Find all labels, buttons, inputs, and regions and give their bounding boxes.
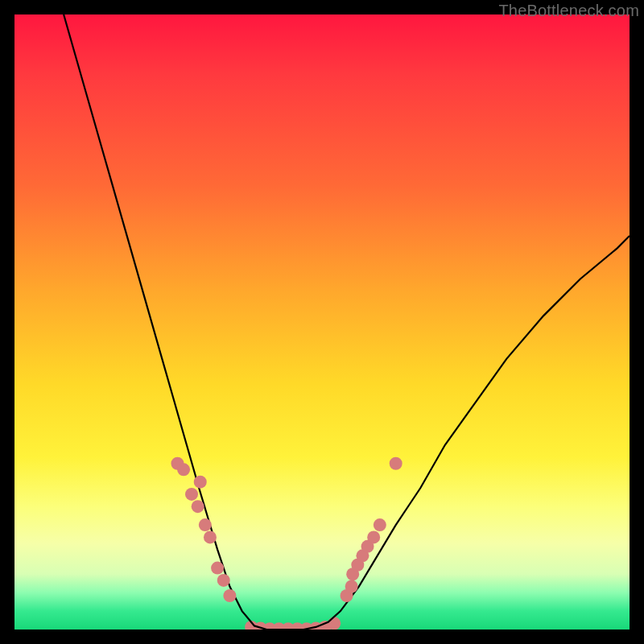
left-markers (171, 457, 236, 602)
data-marker (223, 589, 236, 602)
chart-stage: TheBottleneck.com (0, 0, 644, 644)
data-marker (374, 518, 386, 531)
data-marker (199, 518, 212, 531)
watermark-text: TheBottleneck.com (498, 2, 639, 20)
bottleneck-curve (64, 14, 630, 630)
data-marker (177, 463, 190, 476)
data-marker (367, 530, 380, 543)
data-marker (211, 562, 224, 575)
data-marker (328, 617, 341, 630)
plot-area (14, 14, 630, 630)
data-marker (194, 476, 207, 489)
data-marker (192, 500, 204, 513)
data-marker (185, 488, 198, 501)
data-marker (217, 574, 230, 587)
data-marker (345, 580, 358, 593)
data-marker (204, 530, 217, 543)
data-marker (390, 457, 402, 470)
chart-svg (14, 14, 630, 630)
